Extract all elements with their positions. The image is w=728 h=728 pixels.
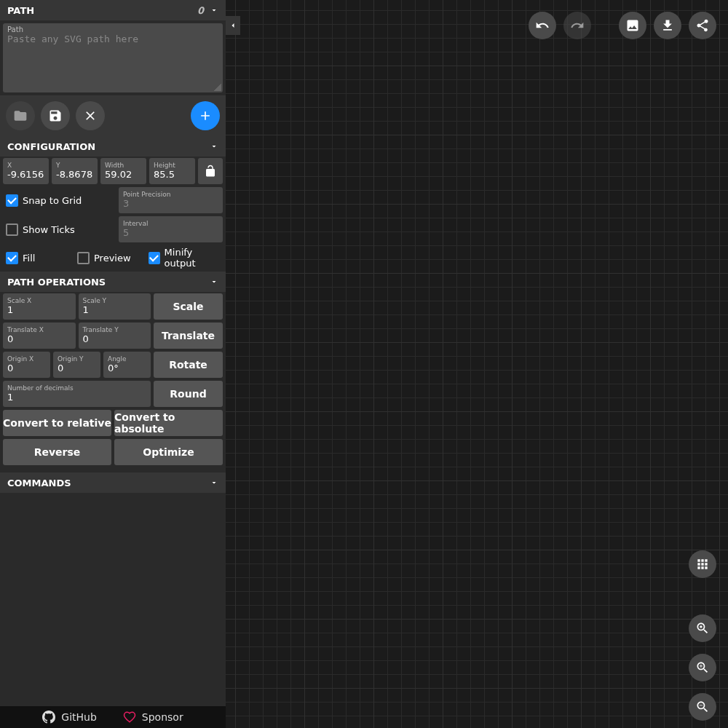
folder-icon — [13, 108, 28, 123]
y-input[interactable] — [56, 169, 93, 180]
svg-point-0 — [700, 625, 702, 628]
grid-background — [226, 0, 728, 728]
plus-icon — [198, 108, 213, 123]
ops-title: PATH OPERATIONS — [7, 277, 106, 288]
snap-row: Snap to Grid Point Precision3 — [0, 186, 226, 215]
lock-open-icon — [204, 165, 217, 178]
chevron-left-icon — [229, 21, 237, 30]
scaley-field[interactable]: Scale Y — [79, 293, 151, 320]
reverse-button[interactable]: Reverse — [3, 439, 111, 465]
precision-value: 3 — [123, 198, 218, 209]
scale-button[interactable]: Scale — [154, 293, 223, 320]
undo-button[interactable] — [529, 12, 556, 39]
decimals-field[interactable]: Number of decimals — [3, 381, 151, 407]
precision-field[interactable]: Point Precision3 — [119, 187, 223, 213]
translatey-input[interactable] — [83, 333, 147, 344]
path-title: PATH — [7, 5, 34, 16]
download-button[interactable] — [654, 12, 681, 39]
preview-checkbox[interactable] — [77, 252, 90, 264]
sidebar: PATH 0 Path CONFIGURATION X Y Width Heig… — [0, 0, 226, 728]
originy-field[interactable]: Origin Y — [53, 352, 100, 378]
chevron-down-icon — [210, 142, 218, 151]
round-button[interactable]: Round — [154, 381, 223, 407]
convert-relative-button[interactable]: Convert to relative — [3, 410, 111, 436]
angle-field[interactable]: Angle — [103, 352, 151, 378]
zoom-toolbar — [689, 550, 716, 721]
x-field[interactable]: X — [3, 158, 49, 184]
fill-checkbox[interactable] — [6, 252, 18, 264]
config-header[interactable]: CONFIGURATION — [0, 136, 226, 157]
ticks-row: Show Ticks Interval5 — [0, 215, 226, 244]
scaley-input[interactable] — [83, 304, 147, 315]
scalex-field[interactable]: Scale X — [3, 293, 76, 320]
save-button[interactable] — [41, 101, 70, 130]
originy-input[interactable] — [58, 363, 96, 373]
zoom-in-icon — [695, 660, 710, 675]
zoom-out-button[interactable] — [689, 693, 716, 721]
clear-button[interactable] — [76, 101, 105, 130]
image-icon — [625, 18, 640, 33]
translatex-input[interactable] — [7, 333, 71, 344]
optimize-button[interactable]: Optimize — [114, 439, 223, 465]
scalex-input[interactable] — [7, 304, 71, 315]
originx-field[interactable]: Origin X — [3, 352, 50, 378]
x-input[interactable] — [7, 169, 44, 180]
snap-checkbox[interactable] — [6, 194, 18, 207]
translatey-field[interactable]: Translate Y — [79, 323, 151, 349]
convert-absolute-button[interactable]: Convert to absolute — [114, 410, 223, 436]
collapse-sidebar-button[interactable] — [226, 16, 240, 35]
footer: GitHub Sponsor — [0, 706, 226, 728]
sponsor-link[interactable]: Sponsor — [123, 711, 183, 724]
viewbox-row: X Y Width Height — [0, 157, 226, 186]
zoom-fit-icon — [695, 621, 710, 636]
github-link[interactable]: GitHub — [42, 711, 97, 724]
interval-value: 5 — [123, 227, 218, 238]
width-field[interactable]: Width — [100, 158, 146, 184]
translate-button[interactable]: Translate — [154, 323, 223, 349]
add-button[interactable] — [191, 101, 220, 130]
decimals-input[interactable] — [7, 392, 146, 403]
preview-label: Preview — [94, 253, 131, 264]
lock-button[interactable] — [198, 158, 223, 184]
angle-input[interactable] — [108, 363, 146, 373]
sponsor-label: Sponsor — [142, 711, 183, 723]
image-button[interactable] — [619, 12, 646, 39]
y-field[interactable]: Y — [52, 158, 98, 184]
close-icon — [83, 108, 98, 123]
redo-button[interactable] — [563, 12, 591, 39]
originx-input[interactable] — [7, 363, 46, 373]
commands-title: COMMANDS — [7, 478, 71, 488]
resize-handle[interactable] — [214, 84, 221, 91]
ticks-checkbox[interactable] — [6, 223, 18, 236]
zoom-fit-button[interactable] — [689, 614, 716, 642]
height-field[interactable]: Height — [149, 158, 195, 184]
width-input[interactable] — [105, 169, 142, 180]
download-icon — [660, 18, 675, 33]
rotate-button[interactable]: Rotate — [154, 352, 223, 378]
translatex-field[interactable]: Translate X — [3, 323, 76, 349]
zoom-in-button[interactable] — [689, 654, 716, 681]
share-icon — [695, 18, 710, 33]
height-input[interactable] — [154, 169, 191, 180]
grid-toggle-button[interactable] — [689, 550, 716, 578]
output-flags-row: Fill Preview Minify output — [0, 244, 226, 272]
path-toolbar — [0, 95, 226, 136]
config-title: CONFIGURATION — [7, 141, 95, 152]
path-textarea-label: Path — [7, 26, 218, 33]
open-button[interactable] — [6, 101, 35, 130]
canvas[interactable] — [226, 0, 728, 728]
share-button[interactable] — [689, 12, 716, 39]
path-textarea[interactable] — [7, 33, 218, 84]
ops-header[interactable]: PATH OPERATIONS — [0, 272, 226, 292]
minify-label: Minify output — [165, 247, 220, 269]
minify-checkbox[interactable] — [149, 252, 160, 264]
commands-header[interactable]: COMMANDS — [0, 472, 226, 493]
save-icon — [48, 108, 63, 123]
redo-icon — [570, 18, 585, 33]
grid-icon — [695, 557, 710, 571]
chevron-down-icon — [210, 6, 218, 15]
top-toolbar — [529, 12, 716, 39]
path-header[interactable]: PATH 0 — [0, 0, 226, 20]
chevron-down-icon — [210, 478, 218, 487]
interval-field[interactable]: Interval5 — [119, 216, 223, 242]
